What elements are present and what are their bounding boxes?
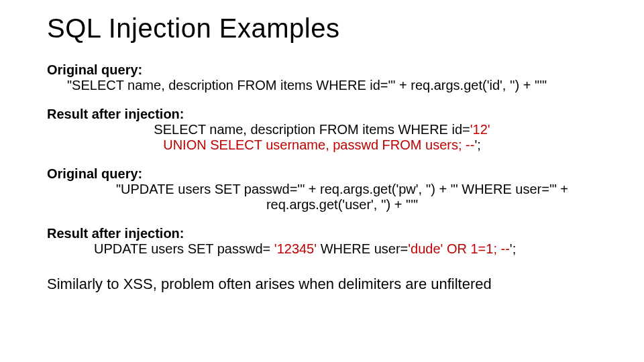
result2-mid: WHERE user= — [317, 241, 408, 256]
code-result-2: UPDATE users SET passwd= '12345' WHERE u… — [47, 241, 597, 257]
result2-pre: UPDATE users SET passwd= — [94, 241, 274, 256]
label-result-2: Result after injection: — [47, 226, 597, 241]
label-original-2: Original query: — [47, 166, 597, 182]
code-original-1: "SELECT name, description FROM items WHE… — [47, 78, 597, 93]
slide-title: SQL Injection Examples — [47, 13, 597, 44]
block-original-query-1: Original query: "SELECT name, descriptio… — [47, 62, 597, 93]
slide: SQL Injection Examples Original query: "… — [0, 0, 644, 293]
result2-red2: 'dude' OR 1=1; -- — [408, 241, 510, 256]
block-result-2: Result after injection: UPDATE users SET… — [47, 226, 597, 257]
block-original-query-2: Original query: "UPDATE users SET passwd… — [47, 166, 597, 213]
result2-post: '; — [510, 241, 516, 256]
result1-red1: '12' — [470, 122, 490, 137]
block-result-1: Result after injection: SELECT name, des… — [47, 107, 597, 153]
result2-red1: '12345' — [274, 241, 317, 256]
label-original-1: Original query: — [47, 62, 597, 78]
code-result-1-line2: UNION SELECT username, passwd FROM users… — [47, 137, 597, 153]
label-result-1: Result after injection: — [47, 107, 597, 122]
result1-pre: SELECT name, description FROM items WHER… — [154, 122, 470, 137]
result1-red2: UNION SELECT username, passwd FROM users… — [163, 137, 474, 152]
code-result-1-line1: SELECT name, description FROM items WHER… — [47, 122, 597, 137]
footer-note: Similarly to XSS, problem often arises w… — [47, 276, 597, 293]
code-original-2: "UPDATE users SET passwd='" + req.args.g… — [47, 182, 597, 213]
result1-post: '; — [474, 137, 480, 152]
